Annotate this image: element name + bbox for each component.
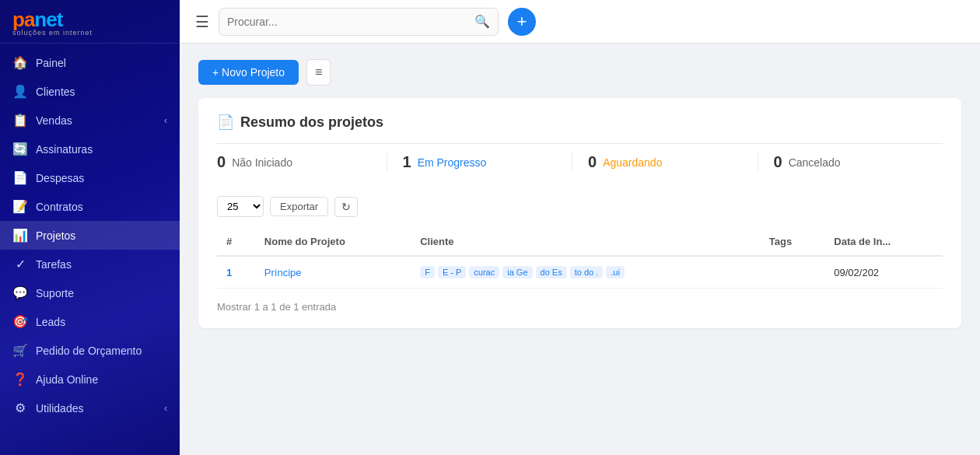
sidebar-item-clientes[interactable]: 👤 Clientes — [0, 77, 180, 106]
main-area: ☰ 🔍 + + Novo Projeto ≡ 📄 Resumo dos proj… — [180, 0, 980, 455]
summary-item-em-progresso: 1 Em Progresso — [387, 153, 573, 171]
table-footer-info: Mostrar 1 a 1 de 1 entrada — [217, 301, 943, 313]
sidebar-label-assinaturas: Assinaturas — [36, 143, 167, 156]
sidebar-item-pedido-orcamento[interactable]: 🛒 Pedido de Orçamento — [0, 336, 180, 365]
col-nome-do-projeto: Nome do Projeto — [255, 228, 411, 256]
summary-item-não-iniciado: 0 Não Iniciado — [217, 153, 387, 171]
project-num: 1 — [217, 256, 255, 289]
novo-projeto-button[interactable]: + Novo Projeto — [198, 60, 299, 85]
contratos-icon: 📝 — [12, 199, 28, 214]
sidebar-label-despesas: Despesas — [36, 172, 167, 184]
client-tag: F — [420, 266, 435, 278]
logo-pa: pa — [12, 8, 34, 31]
table-controls: 25 10 50 100 Exportar ↻ — [217, 196, 943, 217]
vendas-icon: 📋 — [12, 113, 28, 128]
sidebar-item-contratos[interactable]: 📝 Contratos — [0, 192, 180, 221]
sidebar-label-vendas: Vendas — [36, 114, 156, 127]
toolbar: + Novo Projeto ≡ — [198, 59, 961, 86]
export-button[interactable]: Exportar — [270, 197, 328, 216]
painel-icon: 🏠 — [12, 55, 28, 70]
sidebar-label-suporte: Suporte — [36, 287, 167, 299]
table-header-row: #Nome do ProjetoClienteTagsData de In... — [217, 228, 943, 256]
menu-icon[interactable]: ☰ — [195, 12, 209, 31]
sidebar-label-utilidades: Utilidades — [36, 402, 156, 415]
project-name-link[interactable]: Príncipe — [264, 267, 302, 278]
client-tag: curac — [469, 266, 499, 278]
arrow-icon: ‹ — [164, 115, 167, 126]
summary-item-aguardando: 0 Aguardando — [572, 153, 758, 171]
search-box: 🔍 — [219, 8, 499, 36]
list-view-button[interactable]: ≡ — [306, 59, 331, 86]
assinaturas-icon: 🔄 — [12, 142, 28, 156]
col-#: # — [217, 228, 255, 256]
client-tag: ia Ge — [502, 266, 532, 278]
logo-net: net — [34, 8, 62, 31]
client-tag: do Es — [536, 266, 567, 278]
sidebar-item-ajuda-online[interactable]: ❓ Ajuda Online — [0, 365, 180, 394]
sidebar-item-vendas[interactable]: 📋 Vendas ‹ — [0, 106, 180, 135]
sidebar-nav: 🏠 Painel 👤 Clientes 📋 Vendas ‹ 🔄 Assinat… — [0, 44, 180, 455]
project-client: FE - Pcuracia Gedo Esto do ..ui — [411, 256, 760, 289]
table-body: 1PríncipeFE - Pcuracia Gedo Esto do ..ui… — [217, 256, 943, 289]
summary-item-cancelado: 0 Cancelado — [758, 153, 943, 171]
sidebar-item-projetos[interactable]: 📊 Projetos — [0, 221, 180, 250]
project-tags — [760, 256, 825, 289]
sidebar-item-suporte[interactable]: 💬 Suporte — [0, 278, 180, 307]
sidebar-item-leads[interactable]: 🎯 Leads — [0, 307, 180, 336]
clientes-icon: 👤 — [12, 84, 28, 99]
summary-title-icon: 📄 — [217, 114, 234, 131]
sidebar-item-despesas[interactable]: 📄 Despesas — [0, 163, 180, 192]
col-tags: Tags — [760, 228, 825, 256]
add-button[interactable]: + — [508, 8, 536, 36]
summary-count: 0 — [588, 153, 597, 171]
search-input[interactable] — [227, 16, 474, 28]
ajuda-online-icon: ❓ — [12, 372, 28, 387]
sidebar-item-assinaturas[interactable]: 🔄 Assinaturas — [0, 135, 180, 163]
summary-title: 📄 Resumo dos projetos — [217, 114, 943, 131]
sidebar-item-utilidades[interactable]: ⚙ Utilidades ‹ — [0, 394, 180, 422]
summary-row: 0 Não Iniciado 1 Em Progresso 0 Aguardan… — [217, 143, 943, 180]
projetos-icon: 📊 — [12, 228, 28, 243]
sidebar-label-ajuda-online: Ajuda Online — [36, 373, 167, 386]
sidebar-label-pedido-orcamento: Pedido de Orçamento — [36, 345, 167, 357]
col-cliente: Cliente — [411, 228, 760, 256]
utilidades-icon: ⚙ — [12, 401, 28, 415]
sidebar-item-tarefas[interactable]: ✓ Tarefas — [0, 250, 180, 278]
sidebar-item-painel[interactable]: 🏠 Painel — [0, 48, 180, 77]
summary-label: Não Iniciado — [232, 156, 292, 169]
sidebar-label-projetos: Projetos — [36, 229, 167, 242]
pedido-orcamento-icon: 🛒 — [12, 343, 28, 358]
client-tag: E - P — [438, 266, 466, 278]
sidebar-label-leads: Leads — [36, 316, 167, 328]
summary-count: 0 — [774, 153, 782, 171]
summary-label: Em Progresso — [418, 156, 487, 169]
summary-label: Aguardando — [603, 156, 662, 169]
summary-label: Cancelado — [789, 156, 841, 169]
summary-count: 1 — [403, 153, 411, 171]
summary-title-text: Resumo dos projetos — [240, 114, 383, 131]
project-name: Príncipe — [255, 256, 411, 289]
projects-table: #Nome do ProjetoClienteTagsData de In...… — [217, 228, 943, 289]
projects-table-wrap: #Nome do ProjetoClienteTagsData de In...… — [217, 228, 943, 289]
logo: panet soluções em internet — [0, 0, 180, 44]
tarefas-icon: ✓ — [12, 257, 28, 271]
sidebar-label-tarefas: Tarefas — [36, 258, 167, 271]
header: ☰ 🔍 + — [180, 0, 980, 44]
summary-card: 📄 Resumo dos projetos 0 Não Iniciado 1 E… — [198, 98, 961, 328]
search-icon: 🔍 — [474, 14, 490, 29]
despesas-icon: 📄 — [12, 170, 28, 185]
refresh-button[interactable]: ↻ — [334, 197, 358, 217]
summary-count: 0 — [217, 153, 226, 171]
per-page-select[interactable]: 25 10 50 100 — [217, 196, 264, 217]
project-date: 09/02/202 — [824, 256, 943, 289]
logo-subtitle: soluções em internet — [12, 29, 167, 37]
col-data-de-in...: Data de In... — [824, 228, 943, 256]
content: + Novo Projeto ≡ 📄 Resumo dos projetos 0… — [180, 44, 980, 455]
suporte-icon: 💬 — [12, 285, 28, 300]
client-tag: to do . — [570, 266, 604, 278]
sidebar: panet soluções em internet 🏠 Painel 👤 Cl… — [0, 0, 180, 455]
sidebar-label-clientes: Clientes — [36, 86, 167, 98]
sidebar-label-contratos: Contratos — [36, 201, 167, 213]
arrow-icon: ‹ — [164, 403, 167, 414]
client-tag: .ui — [606, 266, 625, 278]
